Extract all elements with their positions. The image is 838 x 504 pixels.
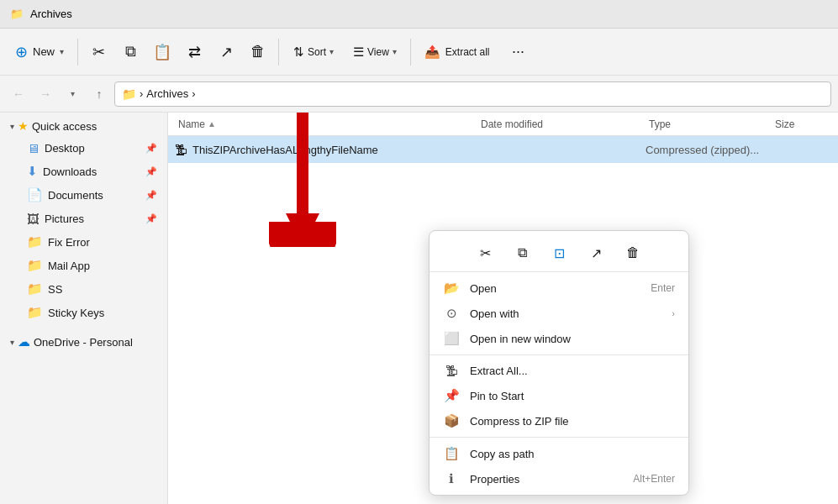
view-button[interactable]: ☰ View ▾ bbox=[345, 32, 405, 72]
ctx-copy-button[interactable]: ⧉ bbox=[507, 239, 537, 266]
name-sort-arrow: ▲ bbox=[208, 119, 216, 129]
new-label: New bbox=[33, 45, 55, 58]
extract-icon: 📤 bbox=[424, 45, 440, 60]
quick-access-label: Quick access bbox=[32, 120, 97, 133]
downloads-pin-icon: 📌 bbox=[145, 166, 157, 177]
recent-locations-button[interactable]: ▾ bbox=[61, 82, 84, 106]
ctx-cut-button[interactable]: ✂ bbox=[470, 239, 500, 266]
sidebar-item-pictures[interactable]: 🖼 Pictures 📌 bbox=[3, 207, 164, 230]
view-label: View bbox=[367, 46, 389, 58]
sidebar-item-desktop[interactable]: 🖥 Desktop 📌 bbox=[3, 136, 164, 160]
extract-label: Extract all bbox=[445, 46, 490, 58]
share-button[interactable]: ↗ bbox=[211, 37, 241, 67]
file-row[interactable]: 🗜 ThisZIPArchiveHasALengthyFileName Comp… bbox=[168, 136, 838, 163]
col-header-type[interactable]: Type bbox=[646, 117, 772, 132]
ctx-open-with[interactable]: ⊙ Open with › bbox=[430, 301, 688, 326]
title-bar-icon: 📁 bbox=[10, 8, 24, 20]
ctx-pin-to-start[interactable]: 📌 Pin to Start bbox=[430, 383, 688, 408]
sort-arrow: ▾ bbox=[329, 47, 334, 56]
sidebar-item-sticky-keys[interactable]: 📁 Sticky Keys bbox=[3, 301, 164, 324]
column-headers: Name ▲ Date modified Type Size bbox=[168, 113, 838, 136]
ctx-share-button[interactable]: ↗ bbox=[581, 239, 611, 266]
ctx-open-new-window[interactable]: ⬜ Open in new window bbox=[430, 326, 688, 351]
ctx-sep-2 bbox=[430, 437, 688, 438]
new-button[interactable]: ⊕ New ▾ bbox=[7, 32, 72, 72]
cut-button[interactable]: ✂ bbox=[83, 37, 113, 67]
new-dropdown-arrow: ▾ bbox=[60, 47, 64, 56]
title-bar-text: Archives bbox=[30, 8, 72, 20]
file-name-cell: 🗜 ThisZIPArchiveHasALengthyFileName bbox=[175, 143, 477, 157]
up-button[interactable]: ↑ bbox=[87, 82, 111, 106]
extract-all-button[interactable]: 📤 Extract all bbox=[416, 32, 498, 72]
ctx-sep-1 bbox=[430, 354, 688, 355]
ctx-compress-zip[interactable]: 📦 Compress to ZIP file bbox=[430, 408, 688, 433]
address-box[interactable]: 📁 › Archives › bbox=[114, 81, 831, 107]
context-menu: ✂ ⧉ ⊡ ↗ 🗑 📂 Open Enter ⊙ Open with › ⬜ O… bbox=[429, 230, 689, 496]
sidebar-item-ss[interactable]: 📁 SS bbox=[3, 277, 164, 301]
context-menu-toolbar: ✂ ⧉ ⊡ ↗ 🗑 bbox=[430, 234, 688, 272]
desktop-icon: 🖥 bbox=[27, 141, 40, 155]
sort-label: Sort bbox=[308, 46, 326, 58]
sidebar-item-mail-app[interactable]: 📁 Mail App bbox=[3, 254, 164, 277]
sidebar-item-documents[interactable]: 📄 Documents 📌 bbox=[3, 183, 164, 207]
ctx-compress-icon: 📦 bbox=[443, 413, 460, 428]
fix-error-icon: 📁 bbox=[27, 234, 43, 249]
new-icon: ⊕ bbox=[15, 43, 28, 61]
back-button[interactable]: ← bbox=[7, 82, 30, 106]
view-arrow: ▾ bbox=[393, 47, 397, 56]
toolbar-sep-2 bbox=[278, 39, 279, 66]
documents-icon: 📄 bbox=[27, 187, 43, 202]
ss-icon: 📁 bbox=[27, 281, 43, 297]
onedrive-section[interactable]: ▾ ☁ OneDrive - Personal bbox=[3, 331, 164, 353]
pictures-pin-icon: 📌 bbox=[145, 213, 157, 224]
more-button[interactable]: ··· bbox=[503, 37, 534, 67]
file-type-cell: Compressed (zipped)... bbox=[646, 144, 772, 156]
ctx-copy-as-path[interactable]: 📋 Copy as path bbox=[430, 441, 688, 466]
address-sep-2: › bbox=[192, 87, 195, 100]
ctx-open-window-icon: ⬜ bbox=[443, 331, 460, 346]
onedrive-chevron: ▾ bbox=[10, 338, 14, 347]
ctx-delete-button[interactable]: 🗑 bbox=[618, 239, 648, 266]
address-folder-icon: 📁 bbox=[122, 87, 136, 101]
sidebar-item-fix-error[interactable]: 📁 Fix Error bbox=[3, 230, 164, 254]
ctx-path-icon: 📋 bbox=[443, 446, 460, 461]
ctx-pin-icon: 📌 bbox=[443, 388, 460, 403]
main-layout: ▾ ★ Quick access 🖥 Desktop 📌 ⬇ Downloads… bbox=[0, 113, 838, 504]
sidebar: ▾ ★ Quick access 🖥 Desktop 📌 ⬇ Downloads… bbox=[0, 113, 168, 504]
onedrive-label: OneDrive - Personal bbox=[34, 336, 133, 349]
toolbar: ⊕ New ▾ ✂ ⧉ 📋 ⇄ ↗ 🗑 ⇅ Sort ▾ ☰ View ▾ 📤 … bbox=[0, 29, 838, 76]
ctx-paste-button[interactable]: ⊡ bbox=[544, 239, 574, 266]
svg-marker-2 bbox=[286, 213, 319, 247]
ctx-properties[interactable]: ℹ Properties Alt+Enter bbox=[430, 466, 688, 491]
pictures-icon: 🖼 bbox=[27, 212, 40, 226]
ctx-properties-icon: ℹ bbox=[443, 471, 460, 486]
quick-access-chevron: ▾ bbox=[10, 122, 14, 131]
paste-button[interactable]: 📋 bbox=[147, 37, 177, 67]
address-crumb: Archives bbox=[146, 87, 188, 100]
move-button[interactable]: ⇄ bbox=[179, 37, 209, 67]
content-area: Name ▲ Date modified Type Size 🗜 ThisZIP… bbox=[168, 113, 838, 504]
col-header-date[interactable]: Date modified bbox=[477, 117, 646, 132]
sort-button[interactable]: ⇅ Sort ▾ bbox=[284, 32, 343, 72]
copy-button[interactable]: ⧉ bbox=[115, 37, 145, 67]
quick-access-star-icon: ★ bbox=[18, 119, 29, 133]
toolbar-sep-3 bbox=[410, 39, 411, 66]
sort-icon: ⇅ bbox=[293, 45, 304, 60]
sidebar-item-downloads[interactable]: ⬇ Downloads 📌 bbox=[3, 160, 164, 183]
ctx-open[interactable]: 📂 Open Enter bbox=[430, 276, 688, 301]
col-header-name[interactable]: Name ▲ bbox=[175, 117, 477, 132]
quick-access-section[interactable]: ▾ ★ Quick access bbox=[3, 116, 164, 136]
title-bar: 📁 Archives bbox=[0, 0, 838, 29]
address-bar: ← → ▾ ↑ 📁 › Archives › bbox=[0, 76, 838, 113]
ctx-extract-all[interactable]: 🗜 Extract All... bbox=[430, 359, 688, 383]
toolbar-sep-1 bbox=[77, 39, 78, 66]
ctx-open-with-icon: ⊙ bbox=[443, 306, 460, 321]
documents-pin-icon: 📌 bbox=[145, 190, 157, 201]
col-header-size[interactable]: Size bbox=[772, 117, 831, 132]
view-icon: ☰ bbox=[353, 45, 364, 60]
ctx-open-with-arrow: › bbox=[672, 308, 675, 318]
address-sep-1: › bbox=[140, 87, 143, 100]
forward-button[interactable]: → bbox=[34, 82, 57, 106]
ctx-extract-icon: 🗜 bbox=[443, 364, 460, 378]
delete-button[interactable]: 🗑 bbox=[243, 37, 273, 67]
